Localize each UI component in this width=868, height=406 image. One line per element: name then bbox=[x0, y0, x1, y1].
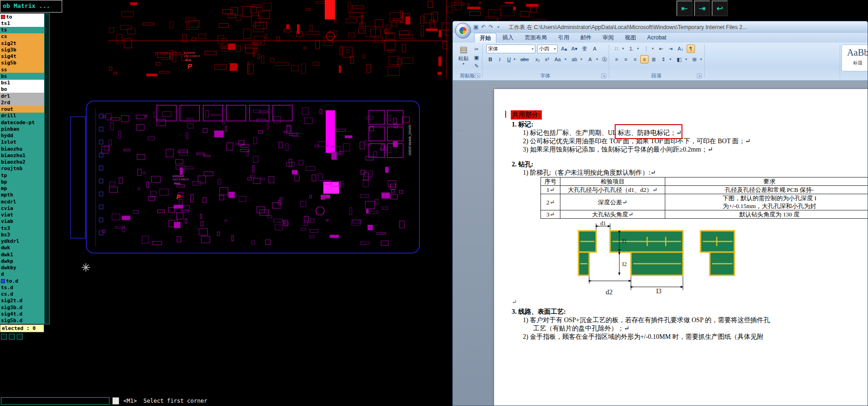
font-dialog-launcher[interactable]: ↘ bbox=[601, 73, 606, 78]
tab-引用[interactable]: 引用 bbox=[553, 33, 574, 43]
change-case-button[interactable]: Aa bbox=[552, 55, 563, 63]
layer-row-bs1[interactable]: bs1 bbox=[0, 80, 44, 86]
shading-dropdown-icon[interactable]: ▾ bbox=[684, 55, 688, 63]
layer-row-hydd[interactable]: hydd bbox=[0, 133, 44, 139]
office-button[interactable] bbox=[455, 23, 471, 38]
layer-row-ydkdrl[interactable]: ydkdrl bbox=[0, 238, 44, 245]
layer-row-pinban[interactable]: pinban bbox=[0, 126, 44, 132]
cam-statusbar-icon[interactable] bbox=[17, 334, 23, 340]
tab-邮件[interactable]: 邮件 bbox=[575, 33, 597, 43]
show-hide-marks-button[interactable]: ¶ bbox=[687, 44, 695, 53]
numbering-button[interactable]: 1. bbox=[627, 44, 636, 53]
save-button[interactable]: ▣ bbox=[472, 23, 480, 31]
italic-button[interactable]: I bbox=[495, 55, 504, 63]
layer-row-sig3b.d[interactable]: sig3b.d bbox=[0, 304, 44, 311]
layer-row-sig2t[interactable]: sig2t bbox=[0, 40, 44, 46]
undo-button[interactable]: ↶ bbox=[480, 23, 487, 31]
redo-button[interactable]: ↷ bbox=[487, 23, 495, 31]
layer-row-ss[interactable]: ss bbox=[0, 66, 44, 73]
layer-row-sig4t[interactable]: sig4t bbox=[0, 53, 44, 60]
shrink-font-button[interactable]: A▾ bbox=[570, 44, 579, 53]
format-painter-button[interactable]: ✎ bbox=[472, 62, 481, 70]
grow-font-button[interactable]: A▴ bbox=[559, 44, 569, 53]
layer-row-datecode-pt[interactable]: datecode-pt bbox=[0, 119, 44, 126]
align-right-button[interactable]: ≡ bbox=[631, 55, 639, 63]
layer-row-cs.d[interactable]: cs.d bbox=[0, 291, 44, 298]
font-group-label[interactable]: 字体 bbox=[482, 72, 609, 79]
layer-row-to[interactable]: to bbox=[0, 13, 44, 20]
layer-color-swatch[interactable] bbox=[1, 15, 5, 19]
tab-页面布局[interactable]: 页面布局 bbox=[520, 33, 552, 43]
font-name-combo[interactable]: 宋体 ▾ bbox=[486, 44, 535, 53]
sort-button[interactable]: A↓ bbox=[675, 44, 686, 53]
layer-row-cvia[interactable]: cvia bbox=[0, 205, 44, 211]
layer-row-ts1[interactable]: ts1 bbox=[0, 20, 44, 26]
layer-row-dwk[interactable]: dwk bbox=[0, 245, 44, 251]
bullets-button[interactable]: ∷ bbox=[612, 44, 621, 53]
text-highlight-button[interactable]: ab bbox=[570, 55, 579, 63]
cam-statusbar-icon[interactable] bbox=[1, 334, 7, 340]
font-size-combo[interactable]: 小四 ▾ bbox=[537, 44, 558, 53]
word-titlebar[interactable]: ▣ ↶ ↷ ▾ 工作表 在 C:\Users\Administrator\App… bbox=[453, 21, 868, 33]
layer-row-bo[interactable]: bo bbox=[0, 86, 44, 93]
layer-row-viat[interactable]: viat bbox=[0, 212, 44, 218]
line-spacing-button[interactable]: ⇕ bbox=[659, 55, 668, 63]
document-page[interactable]: 共用部分: 1. 标记: 1) 标记包括厂标、生产周期、UL 标志、防静电标记；… bbox=[494, 89, 868, 406]
view-pan-left-button[interactable]: ⇤ bbox=[676, 0, 693, 16]
layer-row-sig5b[interactable]: sig5b bbox=[0, 60, 44, 66]
layer-row-2rd[interactable]: 2rd bbox=[0, 99, 44, 106]
layer-row-bp[interactable]: bp bbox=[0, 178, 44, 185]
layer-row-ts.d[interactable]: ts.d bbox=[0, 284, 44, 291]
layer-scrollbar[interactable] bbox=[44, 13, 50, 324]
align-left-button[interactable]: ≡ bbox=[612, 55, 621, 63]
layer-row-1slot[interactable]: 1slot bbox=[0, 139, 44, 146]
layer-row-ts[interactable]: ts bbox=[0, 27, 44, 33]
justify-button[interactable]: ≡ bbox=[640, 55, 649, 63]
layer-row-tp[interactable]: tp bbox=[0, 172, 44, 178]
layer-row-mp[interactable]: mp bbox=[0, 185, 44, 192]
highlight-dropdown-icon[interactable]: ▾ bbox=[579, 55, 584, 63]
layer-row-biaozhu2[interactable]: biaozhu2 bbox=[0, 159, 44, 165]
layer-row-bs[interactable]: bs bbox=[0, 73, 44, 79]
layer-row-viab[interactable]: viab bbox=[0, 218, 44, 225]
bullets-dropdown-icon[interactable]: ▾ bbox=[621, 44, 625, 53]
layer-row-drl[interactable]: drl bbox=[0, 93, 44, 99]
layer-row-sig2t.d[interactable]: sig2t.d bbox=[0, 298, 44, 304]
view-pan-right-button[interactable]: ⇥ bbox=[694, 0, 710, 16]
distribute-button[interactable]: ≣ bbox=[649, 55, 658, 63]
layer-row-biaozhu1[interactable]: biaozhu1 bbox=[0, 152, 44, 159]
multilevel-dropdown-icon[interactable]: ▾ bbox=[650, 44, 655, 53]
font-color-button[interactable]: A bbox=[585, 55, 595, 63]
cam-window-title[interactable]: ob Matrix ... bbox=[0, 0, 62, 13]
layer-row-ts3[interactable]: ts3 bbox=[0, 225, 44, 231]
tab-插入[interactable]: 插入 bbox=[497, 33, 519, 43]
paste-button[interactable]: ▤ 粘贴 ▾ bbox=[456, 44, 471, 72]
superscript-button[interactable]: x² bbox=[543, 55, 551, 63]
copy-button[interactable]: ▣ bbox=[472, 53, 481, 62]
layer-row-drill[interactable]: drill bbox=[0, 113, 44, 119]
borders-dropdown-icon[interactable]: ▾ bbox=[699, 55, 703, 63]
change-case-dropdown-icon[interactable]: ▾ bbox=[563, 55, 568, 63]
layer-row-sig5b.d[interactable]: sig5b.d bbox=[0, 317, 44, 324]
layer-row-dwkby[interactable]: dwkby bbox=[0, 265, 44, 271]
cam-statusbar-icon[interactable] bbox=[9, 334, 15, 340]
layer-row-sig4t.d[interactable]: sig4t.d bbox=[0, 311, 44, 317]
view-back-button[interactable]: ↩ bbox=[712, 0, 728, 16]
layer-row-sig3b[interactable]: sig3b bbox=[0, 46, 44, 53]
tab-Acrobat[interactable]: Acrobat bbox=[642, 33, 671, 43]
layer-row-to.d[interactable]: to.d bbox=[0, 278, 44, 284]
clear-formatting-button[interactable]: A bbox=[590, 44, 599, 53]
line-spacing-dropdown-icon[interactable]: ▾ bbox=[668, 55, 673, 63]
underline-dropdown-icon[interactable]: ▾ bbox=[512, 55, 517, 63]
layer-row-d[interactable]: d bbox=[0, 271, 44, 278]
font-color-dropdown-icon[interactable]: ▾ bbox=[595, 55, 599, 63]
clipboard-dialog-launcher[interactable]: ↘ bbox=[475, 73, 480, 78]
layer-row-cs[interactable]: cs bbox=[0, 33, 44, 40]
paragraph-group-label[interactable]: 段落 bbox=[609, 72, 704, 79]
tab-开始[interactable]: 开始 bbox=[474, 33, 496, 43]
shading-button[interactable]: ◧ bbox=[675, 55, 684, 63]
increase-indent-button[interactable]: ⇥ bbox=[666, 44, 675, 53]
subscript-button[interactable]: x₂ bbox=[534, 55, 542, 63]
bold-button[interactable]: B bbox=[486, 55, 495, 63]
layer-color-swatch[interactable] bbox=[1, 279, 5, 283]
